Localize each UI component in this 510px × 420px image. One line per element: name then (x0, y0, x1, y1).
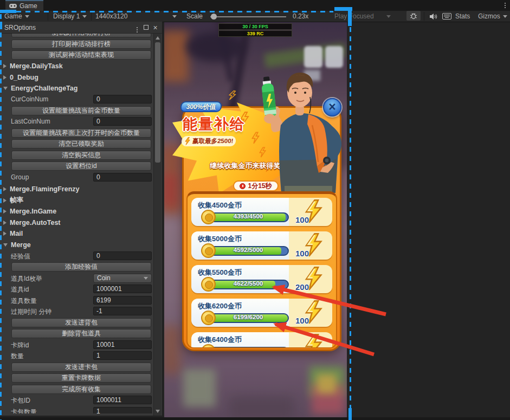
reward-goal-label: 收集4500金币 (198, 201, 289, 210)
stats-button[interactable]: Stats (455, 11, 470, 22)
sr-foldout-19[interactable]: Merge (0, 240, 154, 249)
sr-field-34[interactable]: 1 (93, 407, 152, 414)
scroll-down-icon[interactable] (156, 410, 160, 413)
coin-icon (201, 243, 216, 258)
sr-field-8[interactable]: 0 (93, 117, 152, 126)
foldout-label: 0_Debug (10, 74, 38, 81)
maximize-icon[interactable] (141, 24, 151, 31)
sr-button-31[interactable]: 重置卡牌数据 (11, 373, 151, 383)
panel-menu-icon[interactable] (132, 22, 141, 33)
sr-foldout-16[interactable]: Merge.InGame (0, 207, 154, 216)
reward-prize-section: 100 (289, 231, 332, 260)
chevron-down-icon (172, 15, 177, 18)
sr-button-9[interactable]: 设置能量挑战界面上次打开时的金币数量 (11, 128, 151, 138)
progress-text: 6199/6200 (208, 314, 289, 320)
reward-row-1: 收集4500金币4393/4500100 (191, 198, 332, 226)
sr-button-7[interactable]: 设置能量挑战当前金币数量 (11, 106, 151, 115)
scrollbar[interactable] (153, 34, 162, 416)
subtitle-label: 赢取最多2500! (192, 137, 234, 145)
gizmos-dropdown[interactable]: Gizmos (478, 11, 507, 22)
field-label: 道具数量 (11, 296, 37, 306)
reward-goal-label: 收集5500金币 (198, 268, 289, 277)
sroptions-content: 测试厨神活动排行榜打印厨神活动排行榜测试厨神活动结束表现Merge.DailyT… (0, 34, 154, 413)
reward-list-panel[interactable]: 收集4500金币4393/4500100收集5000金币4592/5000100… (186, 191, 337, 348)
resolution-dropdown[interactable]: 1440x3120 (95, 11, 177, 22)
value-badge: 300%价值 (180, 101, 222, 112)
sr-foldout-18[interactable]: Mail (0, 229, 154, 238)
sr-foldout-5[interactable]: EnergyChallengeTag (0, 84, 154, 93)
sr-field-23[interactable]: 1000001 (93, 285, 152, 293)
separator (424, 12, 424, 21)
mute-audio-icon[interactable] (427, 11, 439, 22)
reward-goal-section: 收集4500金币4393/4500 (191, 198, 289, 226)
lightning-icon (184, 137, 191, 145)
scale-slider-track[interactable] (210, 16, 286, 17)
sr-field-13[interactable]: 0 (93, 173, 152, 182)
frame-debugger-icon[interactable] (406, 11, 421, 21)
sr-foldout-15[interactable]: 帧率 (0, 196, 154, 205)
scrollbar-thumb[interactable] (155, 42, 160, 163)
scale-label: Scale (186, 11, 203, 22)
progress-bar: 4622/5500 (203, 280, 289, 289)
sr-button-27[interactable]: 删除背包道具 (11, 329, 151, 338)
sr-button-26[interactable]: 发送进背包 (11, 318, 151, 327)
unity-editor-window: Game Game Display 1 1440x3120 Scale 0.23… (0, 0, 510, 420)
sr-field-28[interactable]: 10001 (93, 340, 152, 349)
chevron-down-icon (25, 15, 29, 18)
foldout-closed-icon (3, 75, 7, 80)
close-panel-icon[interactable]: × (151, 23, 160, 32)
sr-button-21[interactable]: 添加经验值 (11, 262, 151, 272)
timer-pill: 1分15秒 (233, 180, 279, 191)
game-view-dropdown[interactable]: Game (4, 11, 29, 22)
popup-title: 能量补给 (183, 114, 246, 134)
sr-field-25[interactable]: -1 (93, 307, 152, 315)
sroptions-titlebar[interactable]: SROptions × (0, 22, 162, 34)
coin-icon (201, 344, 216, 348)
field-label: 卡包数量 (11, 408, 37, 414)
field-label: LastCoinNum (11, 118, 50, 125)
display-dropdown[interactable]: Display 1 (53, 11, 87, 22)
sr-button-11[interactable]: 清空购买信息 (11, 151, 151, 160)
progress-bar: 4592/5000 (203, 246, 289, 256)
sr-button-32[interactable]: 完成所有收集 (11, 385, 151, 394)
sr-field-29[interactable]: 1 (93, 351, 152, 360)
reward-amount: 100 (295, 215, 309, 224)
field-label: 卡包ID (11, 396, 30, 405)
field-label: 数量 (11, 352, 24, 361)
sr-button-12[interactable]: 设置档位id (11, 161, 151, 171)
tab-overflow-menu-icon[interactable] (505, 3, 506, 8)
sr-field-6[interactable]: 0 (93, 95, 152, 104)
play-focused-dropdown[interactable]: Play Focused (334, 11, 391, 22)
sr-field-20[interactable]: 0 (93, 251, 152, 260)
reward-prize-section: 200 (289, 265, 332, 293)
sr-foldout-14[interactable]: Merge.FlamingFrenzy (0, 185, 154, 194)
alarm-clock-icon (240, 183, 246, 189)
sr-button-2[interactable]: 测试厨神活动结束表现 (11, 50, 151, 60)
sr-foldout-3[interactable]: Merge.DailyTask (0, 62, 154, 71)
scale-slider-handle[interactable] (211, 14, 217, 20)
close-button[interactable]: × (323, 98, 341, 117)
sr-foldout-17[interactable]: Merge.AutoTest (0, 218, 154, 227)
field-label: 道具id (11, 285, 29, 294)
foldout-closed-icon (3, 198, 7, 203)
coin-icon (201, 210, 216, 224)
sr-button-10[interactable]: 清空已领取奖励 (11, 139, 151, 148)
foldout-label: Merge (11, 241, 31, 249)
chevron-down-icon (144, 277, 148, 280)
foldout-label: EnergyChallengeTag (11, 85, 78, 92)
sr-foldout-4[interactable]: 0_Debug (0, 73, 154, 82)
energy-bolt-icon (304, 334, 322, 348)
sr-dropdown-22[interactable]: Coin (93, 274, 152, 283)
keyboard-shortcuts-icon[interactable] (440, 11, 453, 22)
sr-field-24[interactable]: 6199 (93, 296, 152, 305)
sr-field-33[interactable]: 1000011 (93, 396, 152, 404)
reward-row-2: 收集5000金币4592/5000100 (191, 231, 332, 260)
scroll-up-icon[interactable] (156, 36, 160, 40)
athlete-character-illustration (256, 60, 347, 196)
tab-game[interactable]: Game (5, 0, 43, 11)
foldout-closed-icon (3, 209, 7, 214)
sr-button-30[interactable]: 发送进卡包 (11, 363, 151, 372)
sr-button-0[interactable]: 测试厨神活动排行榜 (11, 34, 151, 37)
reward-prize-section: 100 (289, 198, 332, 226)
sr-button-1[interactable]: 打印厨神活动排行榜 (11, 40, 151, 49)
